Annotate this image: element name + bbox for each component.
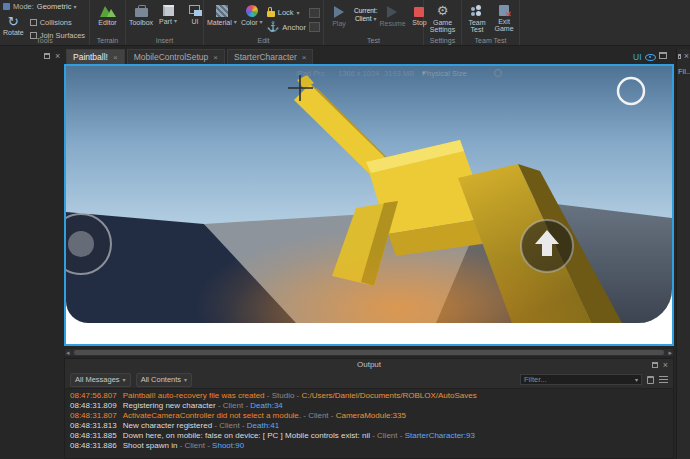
lock-label: Lock	[278, 8, 294, 17]
play-icon	[334, 6, 344, 18]
output-filter-input[interactable]: Filter... ▾	[520, 374, 642, 385]
chevron-down-icon: ▾	[174, 18, 177, 25]
device-name: iPad Pro	[296, 69, 325, 78]
section-label-tools: Tools	[0, 37, 89, 44]
horizontal-scrollbar[interactable]: ◂ ▸	[64, 348, 674, 357]
resume-button[interactable]: Resume	[380, 2, 404, 27]
ribbon-section-terrain: Editor Terrain	[90, 0, 126, 45]
log-context: - Client -	[212, 421, 247, 430]
close-panel-icon[interactable]: ×	[55, 52, 60, 60]
ribbon-section-tools: Mode: Geometric ▾ ↻ Rotate Collisions	[0, 0, 90, 45]
tab-label: Paintball!	[73, 52, 108, 62]
rotate-device-icon[interactable]	[494, 69, 502, 77]
ui-toggle-label: UI	[633, 52, 642, 62]
clipped-panel-label: Fil...	[677, 63, 690, 80]
mode-value: Geometric	[37, 2, 72, 11]
mode-icon	[3, 3, 10, 10]
chevron-down-icon: ▾	[184, 376, 187, 383]
color-button[interactable]: Color▾	[240, 2, 264, 26]
tab-mobilecontrolsetup[interactable]: MobileControlSetup×	[127, 49, 225, 64]
ui-visibility-toggle[interactable]: UI	[633, 52, 656, 62]
test-mode-dropdown[interactable]: Current: Client ▾	[354, 2, 377, 23]
color-label: Color	[241, 19, 258, 26]
filter-placeholder: Filter...	[524, 375, 547, 384]
close-panel-icon[interactable]: ×	[684, 52, 689, 60]
log-timestamp: 08:48:31.807	[70, 411, 117, 420]
jump-button[interactable]	[521, 220, 573, 272]
context-filter-dropdown[interactable]: All Contents ▾	[136, 373, 192, 387]
scrollbar-thumb[interactable]	[74, 350, 664, 355]
log-timestamp: 08:48:31.885	[70, 431, 117, 440]
log-source-link[interactable]: Shoot:90	[212, 441, 244, 450]
collisions-checkbox[interactable]: Collisions	[30, 18, 85, 27]
part-button[interactable]: Part▾	[156, 2, 180, 25]
collisions-label: Collisions	[40, 18, 72, 27]
tab-paintball-[interactable]: Paintball!×	[66, 49, 125, 64]
emulated-device-screen[interactable]: iPad Pro 1366 x 1024 3193 MB Physical Si…	[66, 66, 672, 323]
lock-button[interactable]: Lock ▾	[267, 6, 306, 18]
log-source-link[interactable]: Death:34	[250, 401, 282, 410]
exit-game-button[interactable]: Exit Game	[492, 2, 516, 32]
material-button[interactable]: Material▾	[207, 2, 237, 26]
scroll-left-icon[interactable]: ◂	[66, 349, 70, 357]
output-options-icon[interactable]	[659, 376, 668, 383]
mode-row: Mode: Geometric ▾	[3, 2, 86, 11]
mode-dropdown[interactable]: Geometric ▾	[37, 2, 77, 11]
log-context: - Client -	[177, 441, 212, 450]
chevron-down-icon: ▾	[635, 376, 638, 383]
chevron-down-icon: ▾	[73, 3, 76, 10]
team-test-button[interactable]: Team Test	[465, 2, 489, 33]
log-source-link[interactable]: C:/Users/Daniel/Documents/ROBLOX/AutoSav…	[301, 391, 476, 400]
lock-icon	[267, 11, 275, 17]
output-toolbar: All Messages ▾ All Contents ▾ Filter... …	[65, 371, 673, 389]
group-icon[interactable]	[309, 8, 320, 18]
float-panel-icon[interactable]	[678, 54, 681, 59]
chevron-down-icon: ▾	[422, 69, 425, 76]
chevron-down-icon: ▾	[123, 376, 126, 383]
log-entry: 08:48:31.885Down here, on mobile: false …	[65, 431, 673, 441]
tab-close-icon[interactable]: ×	[302, 53, 307, 62]
roblox-studio-window: Mode: Geometric ▾ ↻ Rotate Collisions	[0, 0, 690, 459]
close-panel-icon[interactable]: ×	[663, 361, 668, 369]
terrain-editor-icon	[100, 5, 116, 17]
terrain-editor-button[interactable]: Editor	[96, 2, 120, 26]
log-source-link[interactable]: CameraModule:335	[336, 411, 406, 420]
log-timestamp: 08:48:31.813	[70, 421, 117, 430]
anchor-button[interactable]: ⚓ Anchor	[267, 21, 306, 33]
ungroup-icon[interactable]	[309, 22, 320, 32]
anchor-label: Anchor	[282, 23, 306, 32]
float-panel-icon[interactable]	[44, 53, 50, 59]
current-value: Client	[355, 15, 372, 23]
tab-close-icon[interactable]: ×	[213, 53, 218, 62]
log-message: Down here, on mobile: false on device: […	[123, 431, 370, 440]
output-title: Output	[65, 360, 673, 369]
log-message: Paintball! auto-recovery file was create…	[123, 391, 265, 400]
game-settings-button[interactable]: ⚙ Game Settings	[428, 2, 458, 33]
ribbon-toolbar: Mode: Geometric ▾ ↻ Rotate Collisions	[0, 0, 690, 46]
device-size-value: Physical Size	[422, 69, 467, 78]
rotate-label: Rotate	[3, 29, 24, 36]
log-source-link[interactable]: StarterCharacter:93	[405, 431, 475, 440]
float-panel-icon[interactable]	[652, 362, 658, 368]
ui-icon	[189, 5, 202, 16]
mode-label: Mode:	[13, 2, 34, 11]
exit-game-label: Exit Game	[489, 18, 519, 32]
restore-window-icon[interactable]	[659, 52, 667, 59]
tab-startercharacter[interactable]: StarterCharacter×	[227, 49, 314, 64]
play-button[interactable]: Play	[327, 2, 351, 27]
chevron-down-icon: ▾	[374, 15, 377, 23]
clear-output-icon[interactable]	[647, 376, 654, 384]
log-message: ActivateCameraController did not select …	[123, 411, 301, 420]
message-filter-dropdown[interactable]: All Messages ▾	[70, 373, 131, 387]
right-panel-strip[interactable]: × Fil...	[676, 49, 690, 459]
log-timestamp: 08:48:31.886	[70, 441, 117, 450]
log-entry: 08:48:31.813New character registered - C…	[65, 421, 673, 431]
team-test-label: Team Test	[462, 19, 492, 33]
tab-close-icon[interactable]: ×	[113, 53, 118, 62]
ribbon-section-test: Play Current: Client ▾ Resume Stop Test	[324, 0, 424, 45]
toolbox-button[interactable]: Toolbox	[129, 2, 153, 26]
log-source-link[interactable]: Death:41	[247, 421, 279, 430]
game-viewport-panel[interactable]: iPad Pro 1366 x 1024 3193 MB Physical Si…	[64, 64, 674, 346]
log-entry: 08:48:31.809Registering new character - …	[65, 401, 673, 411]
scroll-right-icon[interactable]: ▸	[668, 349, 672, 357]
